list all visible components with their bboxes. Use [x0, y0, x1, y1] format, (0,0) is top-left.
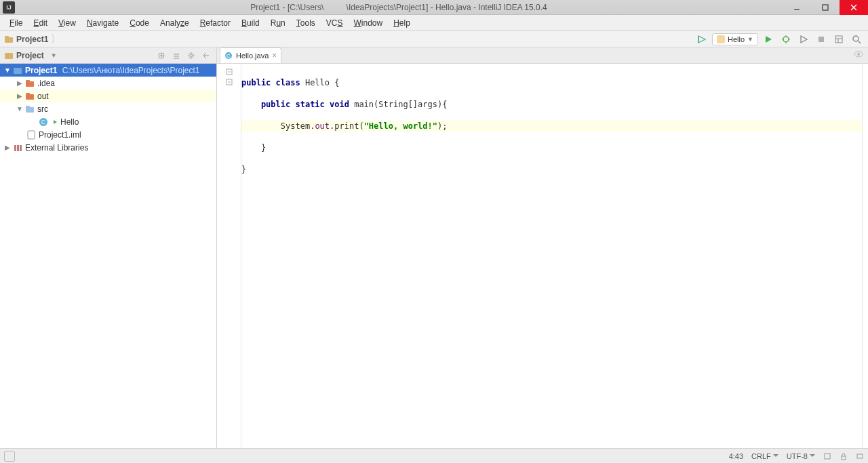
inspection-eye-icon[interactable] — [853, 49, 864, 60]
tree-label: src — [37, 104, 48, 114]
tree-item-idea[interactable]: ▶ .idea — [0, 77, 216, 89]
caret-position[interactable]: 4:43 — [729, 452, 743, 460]
chevron-down-icon: ▼ — [51, 52, 57, 59]
titlebar: IJ Project1 - [C:\Users\ \IdeaProjects\P… — [0, 0, 868, 15]
tree-item-external-libraries[interactable]: ▶ External Libraries — [0, 141, 216, 154]
tree-item-out[interactable]: ▶ out — [0, 89, 216, 102]
menu-help[interactable]: Help — [388, 16, 416, 30]
svg-point-16 — [853, 36, 859, 41]
gutter-fold-icon[interactable] — [217, 77, 241, 87]
app-icon: IJ — [3, 1, 15, 14]
main-area: Project ▼ ▼ Project1 C:\Users\Анюта\Idea… — [0, 47, 868, 448]
file-icon — [26, 129, 37, 140]
coverage-button[interactable] — [796, 33, 811, 46]
menu-tools[interactable]: Tools — [291, 16, 321, 30]
maximize-button[interactable] — [811, 0, 840, 15]
project-structure-button[interactable] — [831, 33, 846, 46]
java-file-icon: C — [224, 52, 233, 60]
folder-icon — [24, 78, 35, 89]
tab-close-button[interactable]: × — [272, 51, 277, 60]
editor-area: C Hello.java × public class Hello { publ… — [217, 47, 868, 448]
project-tree[interactable]: ▼ Project1 C:\Users\Анюта\IdeaProjects\P… — [0, 64, 216, 448]
run-config-label: Hello — [728, 35, 745, 43]
tree-label: Hello — [60, 117, 79, 127]
svg-point-20 — [161, 54, 163, 56]
svg-rect-24 — [26, 80, 30, 82]
notifications-icon[interactable] — [856, 452, 864, 460]
libraries-icon — [12, 142, 23, 153]
expand-arrow-icon: ▶ — [15, 79, 24, 87]
insert-mode-indicator[interactable] — [823, 452, 831, 460]
code-token: ); — [437, 121, 447, 131]
folder-icon — [4, 35, 14, 44]
java-class-icon: C — [38, 117, 49, 127]
svg-rect-13 — [835, 36, 842, 43]
hide-panel-button[interactable] — [200, 49, 212, 62]
svg-point-36 — [857, 53, 860, 56]
menubar: File Edit View Navigate Code Analyze Ref… — [0, 15, 868, 31]
menu-code[interactable]: Code — [124, 16, 155, 30]
project-panel-title: Project — [16, 51, 44, 60]
minimize-button[interactable] — [783, 0, 811, 15]
settings-button[interactable] — [185, 49, 197, 62]
menu-view[interactable]: View — [53, 16, 81, 30]
menu-build[interactable]: Build — [236, 16, 265, 30]
editor-tab-hello[interactable]: C Hello.java × — [220, 47, 281, 63]
tree-item-hello-class[interactable]: C Hello — [0, 115, 216, 128]
editor-tabbar: C Hello.java × — [217, 47, 868, 64]
gutter-fold-icon[interactable] — [217, 66, 241, 77]
svg-rect-18 — [5, 53, 13, 59]
lock-icon[interactable] — [840, 452, 848, 460]
line-separator-picker[interactable]: CRLF — [751, 452, 778, 460]
svg-rect-5 — [5, 36, 9, 38]
navigation-bar: Project1 〉 Hello ▼ — [0, 31, 868, 47]
make-project-button[interactable] — [694, 33, 709, 46]
menu-window[interactable]: Window — [348, 16, 388, 30]
menu-file[interactable]: File — [4, 16, 28, 30]
code-editor[interactable]: public class Hello { public static void … — [241, 64, 863, 448]
debug-button[interactable] — [778, 33, 793, 46]
svg-rect-28 — [26, 106, 30, 108]
menu-navigate[interactable]: Navigate — [81, 16, 124, 30]
expand-arrow-icon: ▼ — [3, 66, 12, 74]
svg-rect-43 — [825, 454, 830, 459]
tool-windows-button[interactable] — [4, 451, 15, 462]
expand-arrow-icon: ▶ — [15, 92, 24, 100]
code-token: } — [241, 165, 246, 174]
menu-analyze[interactable]: Analyze — [155, 16, 195, 30]
svg-point-7 — [783, 37, 789, 42]
editor-gutter[interactable] — [217, 64, 241, 448]
project-icon — [4, 51, 14, 60]
svg-rect-4 — [5, 37, 13, 43]
chevron-down-icon: ▼ — [747, 36, 753, 43]
search-everywhere-button[interactable] — [849, 33, 864, 46]
code-token: .print( — [330, 121, 364, 131]
svg-text:C: C — [226, 53, 231, 59]
tree-item-src[interactable]: ▼ src — [0, 102, 216, 115]
project-view-combo[interactable]: Project ▼ — [4, 51, 57, 60]
code-token: } — [241, 143, 266, 153]
folder-icon — [24, 91, 35, 102]
menu-vcs[interactable]: VCS — [321, 16, 349, 30]
svg-rect-26 — [26, 93, 30, 95]
collapse-all-button[interactable] — [170, 49, 182, 62]
tree-label: Project1.iml — [39, 130, 81, 140]
menu-edit[interactable]: Edit — [28, 16, 53, 30]
close-button[interactable] — [840, 0, 868, 15]
stop-button[interactable] — [814, 33, 829, 46]
encoding-picker[interactable]: UTF-8 — [787, 452, 815, 460]
svg-rect-31 — [28, 131, 35, 139]
run-configuration-combo[interactable]: Hello ▼ — [712, 33, 758, 45]
breadcrumb[interactable]: Project1 〉 — [4, 33, 63, 45]
svg-rect-32 — [14, 145, 16, 151]
svg-rect-44 — [842, 456, 846, 460]
svg-line-17 — [858, 41, 861, 43]
menu-run[interactable]: Run — [265, 16, 291, 30]
menu-refactor[interactable]: Refactor — [195, 16, 236, 30]
run-button[interactable] — [761, 33, 776, 46]
scroll-from-source-button[interactable] — [155, 49, 167, 62]
tree-item-iml[interactable]: Project1.iml — [0, 128, 216, 141]
tree-root-project[interactable]: ▼ Project1 C:\Users\Анюта\IdeaProjects\P… — [0, 64, 216, 77]
config-icon — [717, 35, 725, 43]
statusbar: 4:43 CRLF UTF-8 — [0, 448, 868, 463]
